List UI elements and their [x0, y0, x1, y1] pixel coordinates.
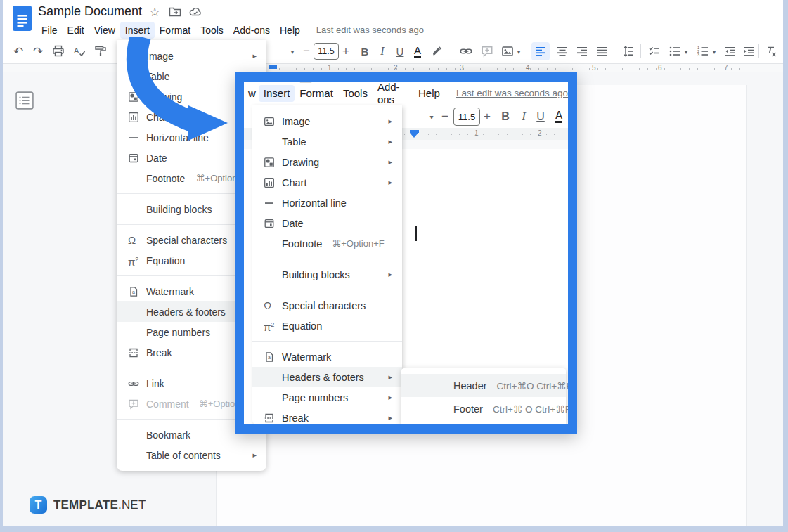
template-net-logo: T TEMPLATE.NET — [30, 496, 146, 514]
headers-footers-submenu: Header Ctrl+⌘O Ctrl+⌘H Footer Ctrl+⌘ O C… — [401, 368, 566, 424]
star-icon[interactable]: ☆ — [148, 6, 161, 18]
clear-formatting-button[interactable] — [762, 39, 780, 63]
justify-button[interactable] — [593, 39, 610, 63]
menu-insert[interactable]: Insert — [259, 85, 295, 102]
insert-image-button[interactable] — [499, 39, 516, 63]
ruler-number: 2 — [538, 129, 542, 137]
menu-item-chart[interactable]: Chart ▸ — [252, 172, 402, 193]
menu-item-drawing[interactable]: Drawing ▸ — [252, 152, 402, 172]
menu-addons[interactable]: Add-ons — [228, 22, 275, 39]
zoom-caret-icon[interactable]: ▾ — [287, 39, 298, 63]
text-color-button[interactable]: A — [552, 106, 566, 127]
undo-button[interactable]: ↶ — [10, 39, 27, 63]
numbered-list-caret-icon[interactable]: ▾ — [710, 39, 718, 63]
bulleted-list-caret-icon[interactable]: ▾ — [682, 39, 690, 63]
increase-font-size-button[interactable]: + — [482, 106, 493, 127]
menu-item-special-characters[interactable]: Ω Special characters — [252, 295, 402, 316]
font-size-field[interactable]: 11.5 — [453, 106, 480, 127]
image-icon — [264, 116, 282, 127]
menu-item-footnote[interactable]: Footnote ⌘+Option+F — [252, 233, 402, 254]
numbered-list-button[interactable]: 123 — [695, 39, 711, 63]
line-spacing-button[interactable] — [619, 39, 637, 63]
align-center-button[interactable] — [554, 39, 571, 63]
move-folder-icon[interactable] — [169, 6, 181, 18]
menu-item-watermark[interactable]: a Watermark — [252, 346, 402, 367]
menu-item-headers-footers[interactable]: Headers & footers ▸ — [252, 367, 402, 387]
show-outline-button[interactable] — [15, 91, 34, 110]
menu-item-footer[interactable]: Footer Ctrl+⌘ O Ctrl+⌘F — [401, 397, 566, 420]
menu-view[interactable]: View — [89, 22, 120, 39]
highlight-color-button[interactable] — [429, 39, 446, 63]
add-comment-button[interactable] — [478, 39, 496, 63]
menu-tools[interactable]: Tools — [338, 85, 373, 102]
submenu-arrow-icon: ▸ — [388, 372, 392, 382]
underline-button[interactable]: U — [393, 39, 407, 63]
menu-item-page-numbers[interactable]: Page numbers ▸ — [252, 387, 402, 408]
align-right-button[interactable] — [574, 39, 590, 63]
zoom-caret-icon[interactable]: ▾ — [427, 106, 437, 127]
cloud-status-icon[interactable] — [189, 6, 202, 18]
menu-file[interactable]: File — [37, 22, 63, 39]
menu-divider — [252, 341, 402, 342]
menu-item-image[interactable]: Image ▸ — [252, 111, 402, 131]
decrease-font-size-button[interactable]: − — [439, 106, 451, 127]
menu-item-date[interactable]: Date — [252, 213, 402, 233]
bold-button[interactable]: B — [498, 106, 512, 127]
menu-item-table[interactable]: Table ▸ — [252, 131, 402, 152]
indent-marker[interactable] — [269, 65, 277, 69]
ruler-number: 4 — [526, 64, 530, 72]
menu-insert[interactable]: Insert — [120, 22, 155, 39]
omega-icon: Ω — [264, 300, 282, 311]
toolbar-divider — [613, 39, 614, 63]
document-title[interactable]: Sample Document — [38, 4, 142, 19]
template-net-icon: T — [30, 496, 47, 514]
last-edit-link[interactable]: Last edit was seconds ago — [316, 25, 424, 35]
underline-button[interactable]: U — [534, 106, 548, 127]
menu-item-equation[interactable]: π2 Equation — [252, 316, 402, 336]
menu-item-header[interactable]: Header Ctrl+⌘O Ctrl+⌘H — [401, 374, 566, 397]
menu-item-table-of-contents[interactable]: Table of contents ▸ — [117, 445, 266, 465]
submenu-arrow-icon: ▸ — [252, 51, 257, 60]
font-size-field[interactable]: 11.5 — [314, 39, 339, 63]
increase-font-size-button[interactable]: + — [340, 39, 351, 63]
decrease-font-size-button[interactable]: − — [301, 39, 312, 63]
break-icon — [264, 413, 282, 424]
bulleted-list-button[interactable] — [666, 39, 683, 63]
menu-tools[interactable]: Tools — [195, 22, 228, 39]
toolbar-divider — [526, 39, 527, 63]
menu-edit[interactable]: Edit — [63, 22, 89, 39]
google-docs-logo-icon[interactable] — [13, 6, 32, 31]
bold-button[interactable]: B — [358, 39, 372, 63]
equation-icon: π2 — [128, 254, 146, 267]
italic-button[interactable]: I — [517, 106, 531, 127]
menu-addons[interactable]: Add-ons — [373, 82, 413, 108]
insert-image-caret-icon[interactable]: ▾ — [515, 39, 523, 63]
menu-item-image[interactable]: Image ▸ — [117, 46, 266, 66]
redo-button[interactable]: ↷ — [30, 39, 46, 63]
decrease-indent-button[interactable] — [721, 39, 739, 63]
menu-item-building-blocks[interactable]: Building blocks ▸ — [252, 264, 402, 285]
title-actions: ☆ — [148, 6, 202, 18]
text-color-button[interactable]: A — [411, 39, 425, 63]
menu-help[interactable]: Help — [275, 22, 305, 39]
menu-item-break[interactable]: Break ▸ — [252, 408, 402, 424]
italic-button[interactable]: I — [375, 39, 389, 63]
zoom-callout: ment ☆ w Insert Format Tools Add-ons Hel… — [235, 72, 577, 434]
insert-link-button[interactable] — [457, 39, 475, 63]
menu-format[interactable]: Format — [295, 85, 338, 102]
paint-format-button[interactable] — [91, 39, 110, 63]
align-left-button[interactable] — [531, 42, 550, 60]
menu-item-horizontal-line[interactable]: Horizontal line — [252, 193, 402, 213]
menu-divider — [252, 290, 402, 290]
checklist-button[interactable] — [645, 39, 664, 63]
svg-text:3: 3 — [697, 53, 699, 57]
last-edit-link[interactable]: Last edit was seconds ago — [456, 88, 568, 98]
menu-help[interactable]: Help — [413, 85, 445, 102]
horizontal-line-icon — [264, 197, 282, 209]
menu-format[interactable]: Format — [155, 22, 195, 39]
increase-indent-button[interactable] — [739, 39, 758, 63]
header: Sample Document ☆ File Edit View Insert … — [3, 0, 783, 39]
toolbar-divider — [640, 39, 641, 63]
spellcheck-button[interactable]: A — [70, 39, 89, 63]
print-button[interactable] — [49, 39, 67, 63]
